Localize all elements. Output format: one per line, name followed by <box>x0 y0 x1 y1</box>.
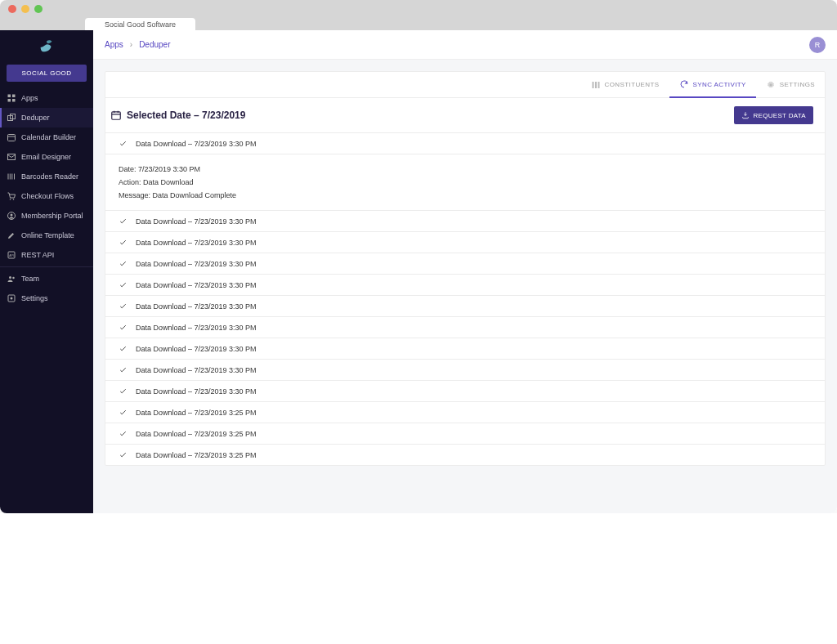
activity-log-text: Data Download – 7/23/2019 3:30 PM <box>136 324 257 332</box>
log-detail-message: Message: Data Download Complete <box>119 189 812 202</box>
activity-log-row[interactable]: Data Download – 7/23/2019 3:25 PM <box>105 423 825 444</box>
svg-point-17 <box>11 214 13 217</box>
activity-log-row[interactable]: Data Download – 7/23/2019 3:30 PM <box>105 316 825 338</box>
activity-log-row[interactable]: Data Download – 7/23/2019 3:30 PM <box>105 274 825 295</box>
activity-log-text: Data Download – 7/23/2019 3:25 PM <box>136 409 257 417</box>
calendar-icon <box>110 110 122 121</box>
activity-log-text: Data Download – 7/23/2019 3:25 PM <box>136 430 257 438</box>
sidebar-item-email-designer[interactable]: Email Designer <box>0 147 93 167</box>
sidebar-item-label: Email Designer <box>21 153 71 161</box>
svg-point-15 <box>13 199 15 200</box>
maximize-window-button[interactable] <box>34 5 43 13</box>
request-data-button[interactable]: REQUEST DATA <box>734 106 814 124</box>
log-detail-action: Action: Data Download <box>119 176 812 189</box>
breadcrumb-apps[interactable]: Apps <box>105 40 123 49</box>
sidebar: SOCIAL GOOD AppsDeduperCalendar BuilderE… <box>0 30 93 513</box>
activity-log-row[interactable]: Data Download – 7/23/2019 3:30 PM <box>105 132 825 154</box>
nav-separator <box>0 266 93 267</box>
breadcrumb-deduper[interactable]: Deduper <box>139 40 170 49</box>
activity-log-text: Data Download – 7/23/2019 3:30 PM <box>136 302 257 311</box>
topbar: Apps › Deduper R <box>93 30 837 60</box>
sidebar-item-apps[interactable]: Apps <box>0 88 93 108</box>
sidebar-item-label: Settings <box>21 294 48 302</box>
activity-log-text: Data Download – 7/23/2019 3:30 PM <box>136 366 257 374</box>
avatar[interactable]: R <box>809 37 826 53</box>
sidebar-item-label: Deduper <box>21 114 50 122</box>
svg-rect-25 <box>595 82 597 88</box>
team-icon <box>7 274 16 284</box>
sidebar-item-label: Apps <box>21 94 38 102</box>
svg-point-20 <box>9 276 11 279</box>
main-area: Apps › Deduper R CONSTITUENTS S <box>93 30 837 513</box>
activity-log-row[interactable]: Data Download – 7/23/2019 3:30 PM <box>105 210 825 231</box>
sidebar-item-label: REST API <box>21 251 54 259</box>
barcode-icon <box>7 172 16 181</box>
sidebar-item-label: Online Template <box>21 231 74 239</box>
breadcrumb: Apps › Deduper <box>105 40 171 49</box>
chevron-right-icon: › <box>130 40 132 49</box>
svg-point-14 <box>10 199 11 200</box>
browser-tab[interactable]: Social Good Software <box>85 18 195 30</box>
card-tabs: CONSTITUENTS SYNC ACTIVITY SETTINGS <box>105 72 825 98</box>
activity-log-row[interactable]: Data Download – 7/23/2019 3:30 PM <box>105 231 825 253</box>
activity-log-row[interactable]: Data Download – 7/23/2019 3:30 PM <box>105 338 825 359</box>
gear-icon <box>766 80 776 90</box>
sidebar-item-calendar-builder[interactable]: Calendar Builder <box>0 127 93 147</box>
log-detail-date: Date: 7/23/2019 3:30 PM <box>119 163 812 176</box>
download-icon <box>741 111 750 119</box>
activity-log-text: Data Download – 7/23/2019 3:30 PM <box>136 239 257 247</box>
brush-icon <box>7 230 16 240</box>
activity-log-row[interactable]: Data Download – 7/23/2019 3:25 PM <box>105 444 825 465</box>
sidebar-item-checkout-flows[interactable]: Checkout Flows <box>0 186 93 206</box>
sidebar-item-label: Checkout Flows <box>21 192 74 200</box>
tab-sync-activity[interactable]: SYNC ACTIVITY <box>669 72 756 98</box>
bird-logo-icon <box>38 37 56 55</box>
activity-log-row[interactable]: Data Download – 7/23/2019 3:30 PM <box>105 359 825 380</box>
sidebar-item-label: Barcodes Reader <box>21 172 78 181</box>
sidebar-item-label: Calendar Builder <box>21 133 76 141</box>
activity-log-row[interactable]: Data Download – 7/23/2019 3:30 PM <box>105 295 825 316</box>
sidebar-item-deduper[interactable]: Deduper <box>0 108 93 127</box>
minimize-window-button[interactable] <box>21 5 29 13</box>
svg-point-23 <box>11 297 13 300</box>
brand-button[interactable]: SOCIAL GOOD <box>7 65 87 82</box>
dedupe-icon <box>7 113 16 123</box>
sidebar-item-settings[interactable]: Settings <box>0 288 93 308</box>
card-header: Selected Date – 7/23/2019 REQUEST DATA <box>105 98 825 132</box>
activity-log-row[interactable]: Data Download – 7/23/2019 3:30 PM <box>105 380 825 401</box>
svg-rect-6 <box>8 135 16 141</box>
page-title: Selected Date – 7/23/2019 <box>127 110 245 121</box>
cart-icon <box>7 191 16 201</box>
svg-rect-2 <box>8 99 11 102</box>
browser-tab-title: Social Good Software <box>105 20 176 29</box>
sidebar-item-membership-portal[interactable]: Membership Portal <box>0 206 93 226</box>
logo <box>0 30 93 61</box>
refresh-icon <box>679 79 689 89</box>
tab-settings[interactable]: SETTINGS <box>756 72 825 97</box>
activity-log-text: Data Download – 7/23/2019 3:30 PM <box>136 345 257 353</box>
close-window-button[interactable] <box>8 5 16 13</box>
api-icon: API <box>7 250 16 260</box>
svg-point-21 <box>12 277 15 280</box>
request-data-label: REQUEST DATA <box>754 112 807 119</box>
content: CONSTITUENTS SYNC ACTIVITY SETTINGS <box>93 60 837 513</box>
sidebar-item-label: Team <box>21 275 39 283</box>
mail-icon <box>7 152 16 162</box>
tab-sync-activity-label: SYNC ACTIVITY <box>693 81 746 88</box>
tab-settings-label: SETTINGS <box>780 81 815 88</box>
tab-constituents[interactable]: CONSTITUENTS <box>581 72 669 97</box>
activity-log-list: Data Download – 7/23/2019 3:30 PMDate: 7… <box>105 132 825 465</box>
sidebar-item-barcodes-reader[interactable]: Barcodes Reader <box>0 167 93 186</box>
browser-title-bar <box>0 0 837 18</box>
sidebar-item-rest-api[interactable]: APIREST API <box>0 245 93 265</box>
sidebar-item-team[interactable]: Team <box>0 269 93 288</box>
browser-frame: Social Good Software SOCIAL GOOD AppsDed… <box>0 0 837 513</box>
sidebar-item-online-template[interactable]: Online Template <box>0 226 93 245</box>
activity-log-row[interactable]: Data Download – 7/23/2019 3:25 PM <box>105 401 825 423</box>
activity-log-text: Data Download – 7/23/2019 3:30 PM <box>136 281 257 289</box>
svg-rect-28 <box>112 112 121 119</box>
grid-icon <box>7 93 16 103</box>
browser-tabs: Social Good Software <box>0 18 837 30</box>
activity-log-row[interactable]: Data Download – 7/23/2019 3:30 PM <box>105 253 825 274</box>
brand-button-label: SOCIAL GOOD <box>21 69 71 77</box>
